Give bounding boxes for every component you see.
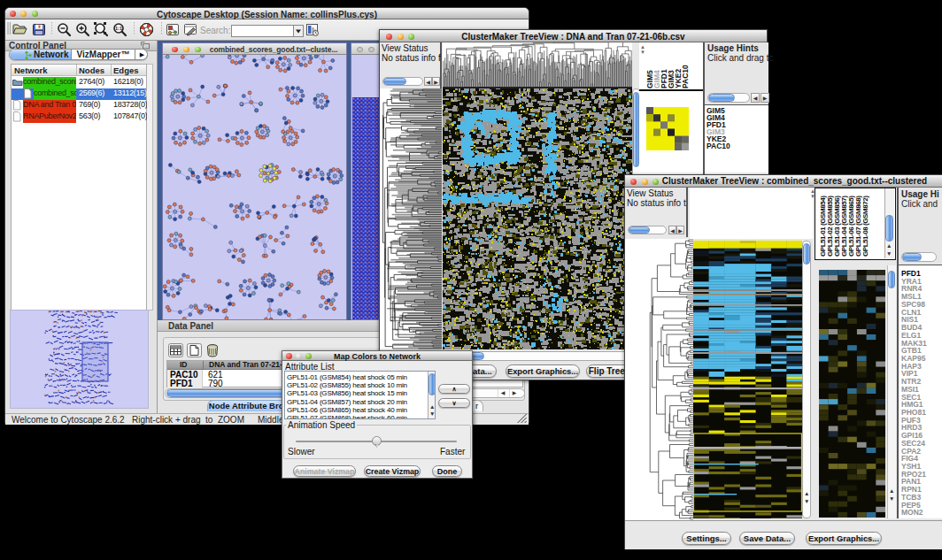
svg-text:1:1: 1:1 [115,26,122,31]
svg-text:PAC10: PAC10 [681,65,690,88]
svg-text:GPL51-08 (GSM872): GPL51-08 (GSM872) [861,196,869,257]
svg-text:Search:: Search: [200,26,230,35]
